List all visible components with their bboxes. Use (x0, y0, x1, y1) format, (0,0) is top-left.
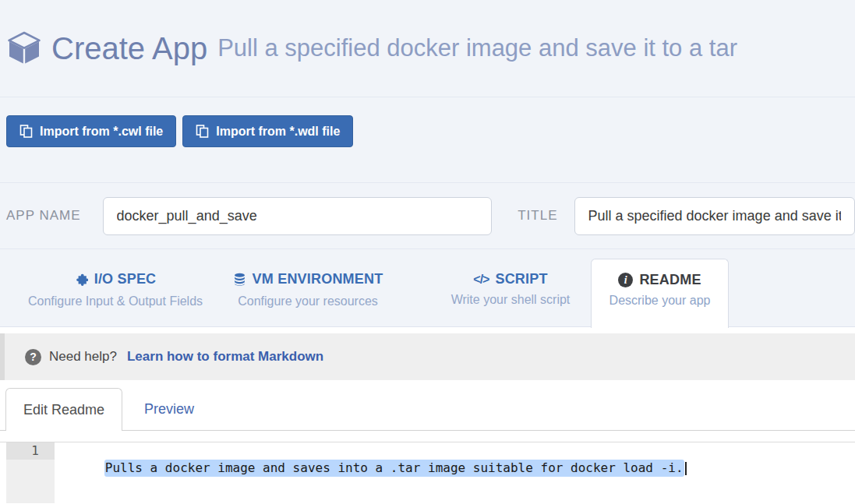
info-circle-icon: i (618, 273, 633, 287)
editor-code-area[interactable]: Pulls a docker image and saves into a .t… (55, 442, 855, 503)
cube-icon (6, 30, 42, 66)
paste-icon (19, 125, 33, 138)
database-icon (233, 273, 246, 286)
import-wdl-label: Import from *.wdl file (216, 125, 340, 139)
tab-io-spec-label: I/O SPEC (94, 271, 157, 287)
tab-preview[interactable]: Preview (138, 388, 200, 430)
readme-code-editor: 1 Pulls a docker image and saves into a … (0, 442, 855, 503)
line-number: 1 (6, 442, 55, 460)
app-name-label: APP NAME (6, 208, 81, 224)
tab-readme-label: README (639, 272, 701, 288)
tab-vm-environment-label: VM ENVIRONMENT (253, 271, 383, 287)
tab-vm-environment[interactable]: VM ENVIRONMENT Configure your resources (230, 249, 386, 308)
app-fields-row: APP NAME TITLE (0, 183, 855, 249)
import-cwl-button[interactable]: Import from *.cwl file (6, 115, 176, 147)
editor-gutter: 1 (6, 442, 55, 503)
selected-text: Pulls a docker image and saves into a .t… (104, 460, 684, 477)
puzzle-icon (75, 273, 88, 286)
paste-icon (196, 125, 209, 138)
tab-io-spec[interactable]: I/O SPEC Configure Input & Output Fields (14, 249, 217, 308)
page-header: Create App Pull a specified docker image… (0, 0, 855, 97)
tab-script-subtitle: Write your shell script (440, 293, 581, 307)
need-help-text: Need help? (49, 349, 117, 365)
markdown-help-link[interactable]: Learn how to format Markdown (127, 349, 323, 365)
import-wdl-button[interactable]: Import from *.wdl file (182, 115, 353, 147)
tab-readme-subtitle: Describe your app (592, 294, 728, 308)
readme-editor-tabs: Edit Readme Preview (0, 388, 855, 431)
title-label: TITLE (518, 208, 557, 224)
app-name-input[interactable] (103, 197, 493, 235)
code-icon: </> (473, 273, 489, 287)
question-circle-icon: ? (25, 349, 41, 365)
tab-io-spec-subtitle: Configure Input & Output Fields (14, 294, 217, 308)
page-title: Create App (51, 31, 207, 66)
main-tabstrip: I/O SPEC Configure Input & Output Fields… (0, 249, 855, 327)
import-cwl-label: Import from *.cwl file (40, 125, 163, 139)
page-subtitle: Pull a specified docker image and save i… (217, 34, 737, 62)
tab-readme[interactable]: i README Describe your app (591, 259, 729, 328)
tab-script-label: SCRIPT (495, 271, 547, 287)
text-caret (685, 462, 687, 475)
import-actions-bar: Import from *.cwl file Import from *.wdl… (0, 97, 855, 183)
tab-vm-environment-subtitle: Configure your resources (230, 294, 386, 308)
code-line: Pulls a docker image and saves into a .t… (59, 442, 855, 460)
title-input[interactable] (574, 197, 855, 235)
markdown-help-bar: ? Need help? Learn how to format Markdow… (0, 333, 855, 380)
tab-edit-readme[interactable]: Edit Readme (5, 388, 122, 431)
tab-script[interactable]: </> SCRIPT Write your shell script (440, 249, 581, 307)
